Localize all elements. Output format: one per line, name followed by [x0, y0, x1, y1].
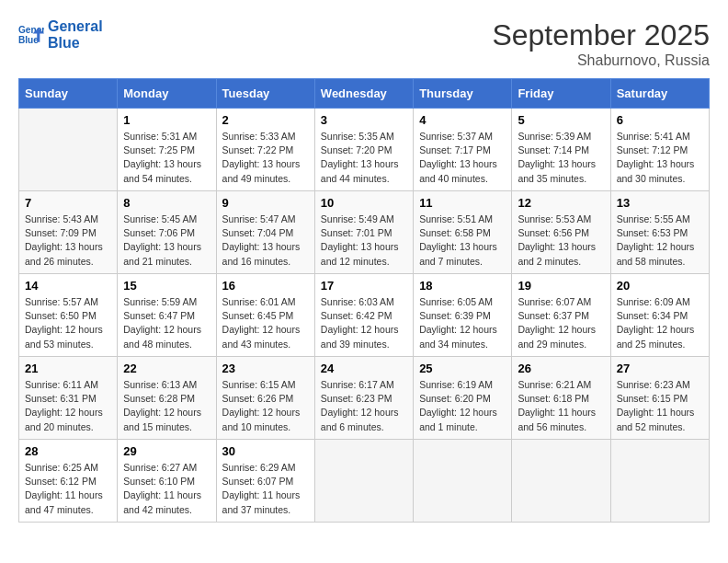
calendar-cell: 23Sunrise: 6:15 AMSunset: 6:26 PMDayligh… — [216, 357, 314, 440]
calendar-cell: 9Sunrise: 5:47 AMSunset: 7:04 PMDaylight… — [216, 191, 314, 274]
day-info: Sunrise: 5:37 AMSunset: 7:17 PMDaylight:… — [419, 130, 506, 186]
calendar-cell: 1Sunrise: 5:31 AMSunset: 7:25 PMDaylight… — [118, 109, 216, 191]
day-info: Sunrise: 5:31 AMSunset: 7:25 PMDaylight:… — [123, 130, 210, 186]
day-number: 14 — [25, 279, 111, 293]
day-info: Sunrise: 6:25 AMSunset: 6:12 PMDaylight:… — [25, 461, 111, 517]
calendar-cell: 28Sunrise: 6:25 AMSunset: 6:12 PMDayligh… — [19, 440, 118, 523]
calendar-cell: 3Sunrise: 5:35 AMSunset: 7:20 PMDaylight… — [314, 109, 413, 191]
day-number: 23 — [222, 362, 309, 375]
day-number: 7 — [25, 196, 111, 210]
day-number: 5 — [518, 113, 604, 127]
weekday-header: Thursday — [414, 79, 512, 109]
title-block: September 2025 Shaburnovo, Russia — [492, 18, 710, 69]
calendar-cell: 17Sunrise: 6:03 AMSunset: 6:42 PMDayligh… — [314, 274, 413, 357]
day-info: Sunrise: 5:59 AMSunset: 6:47 PMDaylight:… — [123, 295, 210, 351]
day-info: Sunrise: 6:15 AMSunset: 6:26 PMDaylight:… — [222, 378, 309, 434]
day-info: Sunrise: 6:09 AMSunset: 6:34 PMDaylight:… — [617, 295, 703, 351]
weekday-header: Wednesday — [314, 79, 413, 109]
day-number: 4 — [419, 113, 506, 127]
day-info: Sunrise: 6:29 AMSunset: 6:07 PMDaylight:… — [222, 461, 309, 517]
day-number: 18 — [419, 279, 506, 293]
calendar-week: 1Sunrise: 5:31 AMSunset: 7:25 PMDaylight… — [19, 109, 710, 191]
day-info: Sunrise: 5:51 AMSunset: 6:58 PMDaylight:… — [419, 213, 506, 269]
day-info: Sunrise: 5:41 AMSunset: 7:12 PMDaylight:… — [617, 130, 703, 186]
day-info: Sunrise: 6:01 AMSunset: 6:45 PMDaylight:… — [222, 295, 309, 351]
day-info: Sunrise: 6:19 AMSunset: 6:20 PMDaylight:… — [419, 378, 506, 434]
calendar-cell: 22Sunrise: 6:13 AMSunset: 6:28 PMDayligh… — [118, 357, 216, 440]
calendar-cell: 15Sunrise: 5:59 AMSunset: 6:47 PMDayligh… — [118, 274, 216, 357]
day-number: 3 — [321, 113, 407, 127]
weekday-header: Friday — [512, 79, 610, 109]
day-number: 12 — [518, 196, 604, 210]
location: Shaburnovo, Russia — [492, 52, 710, 69]
day-info: Sunrise: 6:11 AMSunset: 6:31 PMDaylight:… — [25, 378, 111, 434]
calendar-cell: 18Sunrise: 6:05 AMSunset: 6:39 PMDayligh… — [414, 274, 512, 357]
weekday-row: SundayMondayTuesdayWednesdayThursdayFrid… — [19, 79, 710, 109]
day-number: 22 — [123, 362, 210, 375]
calendar-cell — [610, 440, 709, 523]
day-info: Sunrise: 5:57 AMSunset: 6:50 PMDaylight:… — [25, 295, 111, 351]
day-info: Sunrise: 5:39 AMSunset: 7:14 PMDaylight:… — [518, 130, 604, 186]
day-number: 28 — [25, 444, 111, 458]
day-number: 25 — [419, 362, 506, 375]
day-info: Sunrise: 6:03 AMSunset: 6:42 PMDaylight:… — [321, 295, 407, 351]
svg-text:Blue: Blue — [18, 35, 39, 45]
day-number: 9 — [222, 196, 309, 210]
day-number: 27 — [617, 362, 703, 375]
day-number: 20 — [617, 279, 703, 293]
day-number: 26 — [518, 362, 604, 375]
calendar-cell: 14Sunrise: 5:57 AMSunset: 6:50 PMDayligh… — [19, 274, 118, 357]
calendar-week: 21Sunrise: 6:11 AMSunset: 6:31 PMDayligh… — [19, 357, 710, 440]
day-number: 13 — [617, 196, 703, 210]
calendar-cell: 5Sunrise: 5:39 AMSunset: 7:14 PMDaylight… — [512, 109, 610, 191]
calendar-cell: 2Sunrise: 5:33 AMSunset: 7:22 PMDaylight… — [216, 109, 314, 191]
calendar-cell: 29Sunrise: 6:27 AMSunset: 6:10 PMDayligh… — [118, 440, 216, 523]
calendar-week: 28Sunrise: 6:25 AMSunset: 6:12 PMDayligh… — [19, 440, 710, 523]
calendar-cell — [512, 440, 610, 523]
calendar-cell — [314, 440, 413, 523]
day-number: 16 — [222, 279, 309, 293]
day-info: Sunrise: 6:27 AMSunset: 6:10 PMDaylight:… — [123, 461, 210, 517]
logo: General Blue GeneralBlue — [18, 18, 103, 51]
weekday-header: Tuesday — [216, 79, 314, 109]
calendar-cell: 13Sunrise: 5:55 AMSunset: 6:53 PMDayligh… — [610, 191, 709, 274]
day-number: 17 — [321, 279, 407, 293]
day-info: Sunrise: 6:05 AMSunset: 6:39 PMDaylight:… — [419, 295, 506, 351]
day-number: 19 — [518, 279, 604, 293]
day-info: Sunrise: 5:47 AMSunset: 7:04 PMDaylight:… — [222, 213, 309, 269]
day-number: 21 — [25, 362, 111, 375]
calendar-cell — [19, 109, 118, 191]
calendar-cell: 11Sunrise: 5:51 AMSunset: 6:58 PMDayligh… — [414, 191, 512, 274]
calendar-cell: 8Sunrise: 5:45 AMSunset: 7:06 PMDaylight… — [118, 191, 216, 274]
day-info: Sunrise: 6:17 AMSunset: 6:23 PMDaylight:… — [321, 378, 407, 434]
calendar-cell: 6Sunrise: 5:41 AMSunset: 7:12 PMDaylight… — [610, 109, 709, 191]
day-info: Sunrise: 6:21 AMSunset: 6:18 PMDaylight:… — [518, 378, 604, 434]
day-number: 1 — [123, 113, 210, 127]
calendar-cell: 16Sunrise: 6:01 AMSunset: 6:45 PMDayligh… — [216, 274, 314, 357]
calendar-week: 14Sunrise: 5:57 AMSunset: 6:50 PMDayligh… — [19, 274, 710, 357]
calendar-cell: 10Sunrise: 5:49 AMSunset: 7:01 PMDayligh… — [314, 191, 413, 274]
calendar-cell: 26Sunrise: 6:21 AMSunset: 6:18 PMDayligh… — [512, 357, 610, 440]
calendar-cell: 30Sunrise: 6:29 AMSunset: 6:07 PMDayligh… — [216, 440, 314, 523]
calendar-cell: 27Sunrise: 6:23 AMSunset: 6:15 PMDayligh… — [610, 357, 709, 440]
day-info: Sunrise: 5:43 AMSunset: 7:09 PMDaylight:… — [25, 213, 111, 269]
day-info: Sunrise: 6:23 AMSunset: 6:15 PMDaylight:… — [617, 378, 703, 434]
day-number: 24 — [321, 362, 407, 375]
calendar-cell — [414, 440, 512, 523]
weekday-header: Monday — [118, 79, 216, 109]
calendar-header: SundayMondayTuesdayWednesdayThursdayFrid… — [19, 79, 710, 109]
calendar-cell: 4Sunrise: 5:37 AMSunset: 7:17 PMDaylight… — [414, 109, 512, 191]
day-number: 11 — [419, 196, 506, 210]
calendar-cell: 20Sunrise: 6:09 AMSunset: 6:34 PMDayligh… — [610, 274, 709, 357]
calendar-cell: 24Sunrise: 6:17 AMSunset: 6:23 PMDayligh… — [314, 357, 413, 440]
calendar-cell: 21Sunrise: 6:11 AMSunset: 6:31 PMDayligh… — [19, 357, 118, 440]
calendar-cell: 12Sunrise: 5:53 AMSunset: 6:56 PMDayligh… — [512, 191, 610, 274]
calendar-body: 1Sunrise: 5:31 AMSunset: 7:25 PMDaylight… — [19, 109, 710, 523]
weekday-header: Saturday — [610, 79, 709, 109]
day-info: Sunrise: 5:45 AMSunset: 7:06 PMDaylight:… — [123, 213, 210, 269]
day-info: Sunrise: 6:13 AMSunset: 6:28 PMDaylight:… — [123, 378, 210, 434]
day-number: 2 — [222, 113, 309, 127]
day-number: 6 — [617, 113, 703, 127]
weekday-header: Sunday — [19, 79, 118, 109]
logo-icon: General Blue — [18, 22, 44, 48]
